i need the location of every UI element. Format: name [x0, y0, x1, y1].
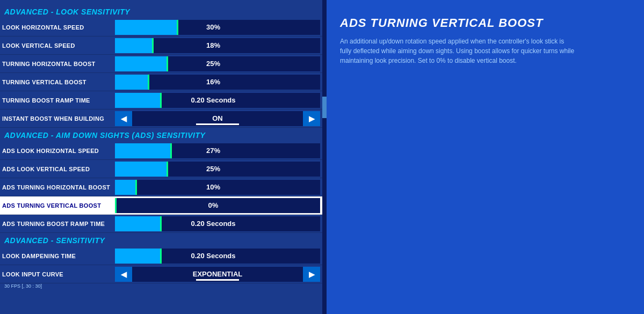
slider-track[interactable]: 0.20 Seconds — [115, 216, 320, 231]
setting-label: LOOK HORIZONTAL SPEED — [2, 24, 115, 31]
setting-label: TURNING HORIZONTAL BOOST — [2, 61, 115, 67]
slider-value: 0% — [111, 201, 316, 209]
setting-row-ads-look-horiz[interactable]: ADS LOOK HORIZONTAL SPEED27% — [0, 142, 322, 160]
slider-area: ◀ON▶ — [115, 109, 320, 127]
ads-description: An additional up/down rotation speed app… — [340, 36, 631, 65]
slider-value: 30% — [111, 23, 316, 31]
right-arrow-button[interactable]: ▶ — [303, 111, 320, 126]
section-ads-sensitivity: ADVANCED - AIM DOWN SIGHTS (ADS) SENSITI… — [0, 128, 322, 233]
setting-label: LOOK INPUT CURVE — [2, 271, 115, 278]
slider-value: 27% — [111, 147, 316, 155]
setting-label: LOOK DAMPENING TIME — [2, 253, 115, 259]
slider-track[interactable]: 27% — [115, 143, 320, 158]
setting-label: ADS TURNING BOOST RAMP TIME — [2, 221, 115, 227]
setting-label: TURNING BOOST RAMP TIME — [2, 97, 115, 104]
slider-area: ◀EXPONENTIAL▶ — [115, 265, 320, 283]
slider-area: 25% — [115, 55, 320, 72]
setting-label: ADS LOOK HORIZONTAL SPEED — [2, 148, 115, 154]
slider-area: 10% — [115, 178, 320, 196]
setting-label: ADS TURNING VERTICAL BOOST — [2, 202, 115, 209]
section-look-sensitivity: ADVANCED - LOOK SENSITIVITYLOOK HORIZONT… — [0, 4, 322, 128]
slider-area: 25% — [115, 160, 320, 178]
left-panel: ADVANCED - LOOK SENSITIVITYLOOK HORIZONT… — [0, 0, 322, 314]
ads-title: ADS TURNING VERTICAL BOOST — [340, 16, 631, 30]
right-arrow-button[interactable]: ▶ — [303, 267, 320, 282]
setting-label: ADS LOOK VERTICAL SPEED — [2, 166, 115, 172]
slider-track[interactable]: 25% — [115, 56, 320, 71]
slider-value: 0.20 Seconds — [111, 96, 316, 104]
toggle-indicator — [196, 123, 239, 125]
slider-track[interactable]: 18% — [115, 38, 320, 53]
slider-value: 16% — [111, 78, 316, 86]
section-title: ADVANCED - LOOK SENSITIVITY — [0, 4, 322, 18]
setting-row-look-vert[interactable]: LOOK VERTICAL SPEED18% — [0, 36, 322, 55]
setting-row-ads-turn-vert[interactable]: ADS TURNING VERTICAL BOOST0% — [0, 196, 322, 215]
slider-value: 18% — [111, 41, 316, 49]
slider-value: 25% — [111, 165, 316, 173]
toggle-value: ON — [212, 114, 223, 122]
slider-track[interactable]: 0% — [115, 198, 320, 213]
slider-value: 0.20 Seconds — [111, 252, 316, 260]
setting-row-look-curve[interactable]: LOOK INPUT CURVE◀EXPONENTIAL▶ — [0, 265, 322, 283]
setting-row-ads-turn-horiz[interactable]: ADS TURNING HORIZONTAL BOOST10% — [0, 178, 322, 196]
setting-row-look-horiz[interactable]: LOOK HORIZONTAL SPEED30% — [0, 18, 322, 36]
slider-area: 0.20 Seconds — [115, 91, 320, 109]
slider-area: 16% — [115, 73, 320, 91]
slider-track[interactable]: 0.20 Seconds — [115, 93, 320, 108]
toggle-track: EXPONENTIAL — [132, 267, 303, 282]
slider-area: 27% — [115, 142, 320, 159]
slider-value: 0.20 Seconds — [111, 220, 316, 228]
setting-row-turn-vert-boost[interactable]: TURNING VERTICAL BOOST16% — [0, 73, 322, 91]
setting-label: TURNING VERTICAL BOOST — [2, 79, 115, 85]
toggle-track: ON — [132, 111, 303, 126]
setting-row-instant-boost[interactable]: INSTANT BOOST WHEN BUILDING◀ON▶ — [0, 109, 322, 128]
section-title: ADVANCED - SENSITIVITY — [0, 233, 322, 247]
setting-row-ads-boost-ramp[interactable]: ADS TURNING BOOST RAMP TIME0.20 Seconds — [0, 215, 322, 233]
setting-label: INSTANT BOOST WHEN BUILDING — [2, 115, 115, 122]
slider-track[interactable]: 25% — [115, 162, 320, 177]
slider-area: 18% — [115, 36, 320, 54]
slider-area: 30% — [115, 18, 320, 36]
fps-text: 30 FPS [, 30 : 30] — [0, 283, 322, 290]
slider-track[interactable]: 30% — [115, 20, 320, 35]
setting-label: LOOK VERTICAL SPEED — [2, 42, 115, 49]
toggle-value: EXPONENTIAL — [193, 270, 242, 278]
setting-row-look-damp[interactable]: LOOK DAMPENING TIME0.20 Seconds — [0, 247, 322, 265]
left-arrow-button[interactable]: ◀ — [115, 111, 132, 126]
setting-row-turn-horiz-boost[interactable]: TURNING HORIZONTAL BOOST25% — [0, 55, 322, 73]
slider-area: 0% — [115, 196, 320, 214]
slider-area: 0.20 Seconds — [115, 215, 320, 232]
setting-row-turn-boost-ramp[interactable]: TURNING BOOST RAMP TIME0.20 Seconds — [0, 91, 322, 109]
slider-area: 0.20 Seconds — [115, 247, 320, 265]
scrollbar-thumb[interactable] — [322, 97, 327, 118]
section-sensitivity: ADVANCED - SENSITIVITYLOOK DAMPENING TIM… — [0, 233, 322, 283]
right-panel: ADS TURNING VERTICAL BOOST An additional… — [327, 0, 644, 314]
slider-value: 10% — [111, 183, 316, 191]
slider-track[interactable]: 16% — [115, 75, 320, 90]
slider-track[interactable]: 10% — [115, 180, 320, 195]
slider-value: 25% — [111, 60, 316, 68]
setting-label: ADS TURNING HORIZONTAL BOOST — [2, 184, 115, 191]
section-title: ADVANCED - AIM DOWN SIGHTS (ADS) SENSITI… — [0, 128, 322, 142]
slider-track[interactable]: 0.20 Seconds — [115, 249, 320, 264]
left-arrow-button[interactable]: ◀ — [115, 267, 132, 282]
setting-row-ads-look-vert[interactable]: ADS LOOK VERTICAL SPEED25% — [0, 160, 322, 178]
toggle-indicator — [196, 279, 239, 281]
